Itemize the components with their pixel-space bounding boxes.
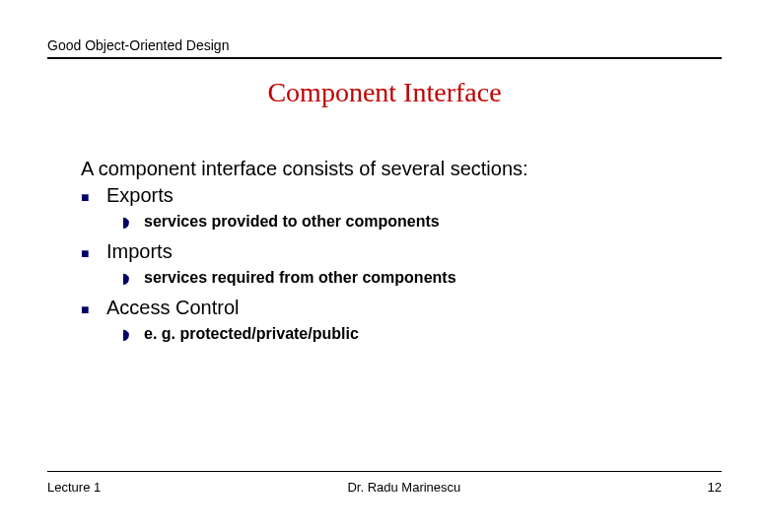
slide-title: Component Interface	[47, 77, 722, 108]
header-rule	[47, 57, 722, 59]
footer: Lecture 1 Dr. Radu Marinescu 12	[47, 471, 722, 495]
list-item: ■ Exports	[81, 184, 702, 207]
footer-left: Lecture 1	[47, 480, 101, 495]
square-bullet-icon: ■	[81, 243, 106, 263]
list-item: ■ Access Control	[81, 297, 702, 319]
intro-text: A component interface consists of severa…	[81, 158, 702, 180]
list-item: ■ Imports	[81, 240, 702, 263]
sublist-item: ◗ e. g. protected/private/public	[122, 325, 702, 343]
footer-right: 12	[708, 480, 722, 495]
sublist-item-label: e. g. protected/private/public	[144, 325, 359, 343]
footer-center: Dr. Radu Marinescu	[347, 480, 460, 495]
sublist-item-label: services provided to other components	[144, 213, 440, 231]
footer-rule	[47, 471, 722, 472]
list-item-label: Imports	[106, 240, 173, 263]
slide: Good Object-Oriented Design Component In…	[0, 0, 769, 532]
sublist-item-label: services required from other components	[144, 269, 456, 287]
footer-row: Lecture 1 Dr. Radu Marinescu 12	[47, 480, 722, 495]
list-item-label: Access Control	[106, 297, 240, 319]
square-bullet-icon: ■	[81, 299, 106, 319]
arrow-bullet-icon: ◗	[122, 270, 144, 286]
list-item-label: Exports	[106, 184, 174, 207]
square-bullet-icon: ■	[81, 187, 106, 207]
sublist-item: ◗ services provided to other components	[122, 213, 702, 231]
arrow-bullet-icon: ◗	[122, 214, 144, 230]
arrow-bullet-icon: ◗	[122, 326, 144, 342]
content: A component interface consists of severa…	[47, 158, 722, 343]
sublist-item: ◗ services required from other component…	[122, 269, 702, 287]
header-course: Good Object-Oriented Design	[47, 37, 722, 53]
